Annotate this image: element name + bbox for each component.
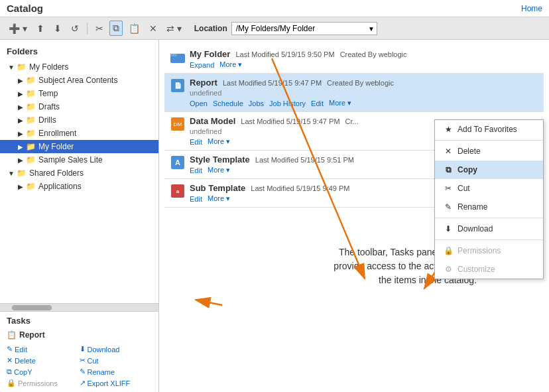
catalog-item-myfolder: My Folder Last Modified 5/19/15 9:50 PM … — [164, 45, 544, 74]
task-cut[interactable]: ✂ Cut — [80, 356, 152, 365]
cm-delete-icon: ✕ — [443, 146, 454, 157]
catalog-item-myfolder-header: My Folder Last Modified 5/19/15 9:50 PM … — [190, 49, 407, 59]
action-edit-report[interactable]: Edit — [311, 99, 324, 107]
report-icon: 📄 — [171, 79, 184, 92]
folder-icon-sample-sales: 📁 — [25, 155, 36, 165]
permissions-icon: 🔒 — [7, 379, 16, 387]
action-more-style[interactable]: More ▾ — [208, 166, 230, 174]
catalog-item-myfolder-modified: Last Modified 5/19/15 9:50 PM — [235, 50, 334, 58]
action-more-datamodel[interactable]: More ▾ — [208, 137, 230, 146]
action-more-folder[interactable]: More ▾ — [219, 60, 242, 69]
sidebar-item-temp[interactable]: ▶ 📁 Temp — [0, 87, 158, 100]
sidebar-item-my-folders[interactable]: ▼ 📁 My Folders — [0, 60, 158, 74]
folder-icon-drafts: 📁 — [25, 101, 36, 112]
cm-copy-label: Copy — [457, 165, 477, 174]
sidebar-item-drafts[interactable]: ▶ 📁 Drafts — [0, 100, 158, 113]
cm-add-favorites[interactable]: ★ Add To Favorites — [435, 120, 543, 139]
toggle-sample-sales: ▶ — [16, 157, 25, 164]
folder-icon-my-folder: 📁 — [25, 141, 36, 152]
header: Catalog Home — [0, 0, 549, 17]
action-edit-style[interactable]: Edit — [190, 166, 202, 174]
item-icon-datamodel: DM — [170, 116, 186, 132]
catalog-item-styletemplate-header: Style Template Last Modified 5/19/15 9:5… — [190, 155, 354, 164]
new-button[interactable]: ➕ ▾ — [5, 21, 30, 36]
catalog-item-report-modified: Last Modified 5/19/15 9:47 PM — [223, 79, 322, 87]
sidebar-item-my-folder[interactable]: ▶ 📁 My Folder — [0, 140, 158, 153]
separator-1 — [87, 23, 88, 34]
catalog-item-styletemplate-modified: Last Modified 5/19/15 9:51 PM — [255, 156, 354, 164]
cm-permissions-label: Permissions — [457, 246, 501, 255]
refresh-button[interactable]: ↺ — [68, 21, 82, 36]
cm-rename-icon: ✎ — [443, 202, 454, 212]
paste-toolbar-button[interactable]: 📋 — [125, 21, 143, 36]
folder-label-my-folders: My Folders — [29, 62, 68, 72]
action-edit-sub[interactable]: Edit — [190, 195, 202, 203]
task-export[interactable]: ↗ Export XLIFF — [80, 378, 152, 388]
action-expand[interactable]: Expand — [190, 61, 214, 69]
catalog-item-report-header: Report Last Modified 5/19/15 9:47 PM Cre… — [190, 78, 394, 88]
cm-cut-label: Cut — [457, 184, 470, 193]
tasks-pane: Tasks 📋 Report ✎ Edit ⬇ Download ✕ Delet… — [0, 311, 158, 392]
task-download[interactable]: ⬇ Download — [80, 344, 152, 354]
task-delete[interactable]: ✕ Delete — [7, 356, 80, 365]
cm-delete[interactable]: ✕ Delete — [435, 142, 543, 161]
sidebar-h-scrollbar[interactable] — [0, 303, 158, 311]
move-button[interactable]: ⇄ ▾ — [163, 21, 185, 36]
folder-icon-shared-folders: 📁 — [16, 168, 27, 178]
task-item-header: 📋 Report — [7, 328, 152, 342]
sidebar-item-shared-folders[interactable]: ▼ 📁 Shared Folders — [0, 166, 158, 180]
action-jobs-report[interactable]: Jobs — [249, 99, 264, 107]
task-permissions: 🔒 Permissions — [7, 378, 80, 388]
cm-rename-label: Rename — [457, 202, 487, 212]
action-more-sub[interactable]: More ▾ — [208, 194, 230, 203]
task-item-icon: 📋 — [7, 330, 17, 340]
download-toolbar-button[interactable]: ⬇ — [50, 21, 65, 36]
location-wrapper: ▼ — [231, 22, 377, 35]
cm-rename[interactable]: ✎ Rename — [435, 198, 543, 216]
catalog-item-subtemplate-actions: Edit More ▾ — [190, 194, 350, 203]
cm-copy[interactable]: ⧉ Copy — [435, 161, 543, 179]
toggle-temp: ▶ — [16, 90, 25, 98]
catalog-item-subtemplate-modified: Last Modified 5/19/15 9:49 PM — [251, 184, 349, 192]
task-copy[interactable]: ⧉ CopY — [7, 367, 80, 377]
sidebar-item-sample-sales[interactable]: ▶ 📁 Sample Sales Lite — [0, 153, 158, 166]
folder-icon-drills: 📁 — [25, 115, 36, 125]
action-schedule-report[interactable]: Schedule — [213, 99, 243, 107]
cm-download-label: Download — [457, 224, 493, 233]
cm-cut[interactable]: ✂ Cut — [435, 179, 543, 198]
task-edit[interactable]: ✎ Edit — [7, 344, 80, 354]
catalog-item-report: 📄 Report Last Modified 5/19/15 9:47 PM C… — [164, 74, 544, 112]
location-bar: Location ▼ — [194, 22, 377, 35]
sub-icon: a — [171, 184, 184, 198]
cut-toolbar-button[interactable]: ✂ — [92, 21, 107, 36]
toggle-my-folder: ▶ — [16, 143, 25, 151]
location-input[interactable] — [231, 22, 377, 35]
task-rename[interactable]: ✎ Rename — [80, 367, 152, 377]
folder-label-drafts: Drafts — [38, 102, 60, 111]
content-area: My Folder Last Modified 5/19/15 9:50 PM … — [159, 40, 549, 392]
sidebar-item-drills[interactable]: ▶ 📁 Drills — [0, 113, 158, 127]
sidebar-item-subject-area[interactable]: ▶ 📁 Subject Area Contents — [0, 74, 158, 87]
item-icon-myfolder — [170, 49, 186, 65]
catalog-item-styletemplate-details: Style Template Last Modified 5/19/15 9:5… — [190, 155, 354, 174]
copy-toolbar-button[interactable]: ⧉ — [109, 21, 123, 36]
action-edit-datamodel[interactable]: Edit — [190, 138, 202, 146]
catalog-item-myfolder-name: My Folder — [190, 49, 230, 59]
delete-toolbar-button[interactable]: ✕ — [146, 21, 160, 36]
sidebar-item-enrollment[interactable]: ▶ 📁 Enrollment — [0, 127, 158, 140]
action-jobhistory-report[interactable]: Job History — [269, 99, 306, 107]
folder-tree-container: Folders ▼ 📁 My Folders ▶ 📁 Subject Area … — [0, 40, 158, 303]
home-link[interactable]: Home — [521, 4, 542, 13]
style-icon: A — [171, 156, 184, 169]
folder-label-temp: Temp — [38, 89, 58, 98]
action-more-report[interactable]: More ▾ — [329, 99, 351, 107]
action-open-report[interactable]: Open — [190, 99, 208, 107]
cm-download[interactable]: ⬇ Download — [435, 220, 543, 238]
task-copy-label: CopY — [14, 368, 32, 376]
cm-copy-icon: ⧉ — [443, 164, 454, 175]
toggle-enrollment: ▶ — [16, 130, 25, 137]
sidebar-item-applications[interactable]: ▶ 📁 Applications — [0, 180, 158, 193]
cm-sep-2 — [435, 218, 543, 218]
upload-button[interactable]: ⬆ — [33, 21, 48, 36]
toggle-shared-folders: ▼ — [7, 170, 16, 177]
